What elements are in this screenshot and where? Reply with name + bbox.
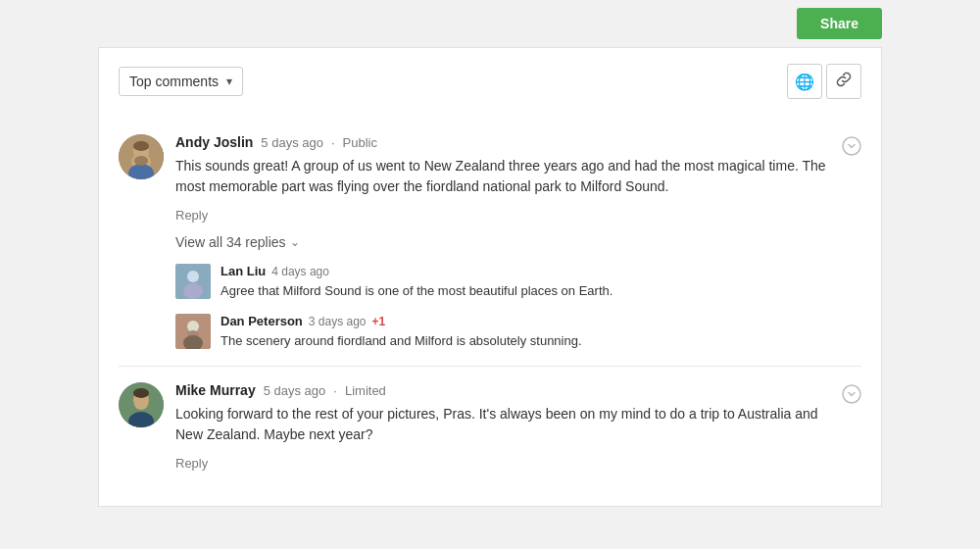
reply-time-lan: 4 days ago bbox=[271, 265, 329, 278]
reply-text-dan: The scenery around fiordland and Milford… bbox=[220, 332, 861, 350]
page-wrapper: Share Top comments ▾ 🌐 bbox=[0, 0, 980, 549]
svg-point-6 bbox=[843, 137, 860, 155]
avatar-andy bbox=[119, 134, 164, 179]
svg-point-16 bbox=[133, 388, 149, 398]
comment-header-row-mike: Mike Murray 5 days ago · Limited Looking… bbox=[119, 382, 861, 471]
comment-meta-andy: Andy Joslin 5 days ago · Public bbox=[175, 134, 830, 150]
comment-text-mike: Looking forward to the rest of your pict… bbox=[175, 404, 830, 445]
comment-options-andy[interactable] bbox=[842, 134, 861, 161]
sort-label: Top comments bbox=[129, 74, 219, 89]
reply-author-lan: Lan Liu bbox=[220, 264, 266, 278]
avatar-mike bbox=[119, 382, 164, 427]
svg-point-9 bbox=[183, 283, 203, 299]
reply-author-dan: Dan Peterson bbox=[220, 314, 303, 328]
comment-separator-andy: · bbox=[331, 135, 335, 150]
filter-icons: 🌐 bbox=[787, 64, 861, 99]
comment-meta-mike: Mike Murray 5 days ago · Limited bbox=[175, 382, 830, 398]
svg-point-18 bbox=[134, 398, 148, 410]
reply-content-lan: Lan Liu 4 days ago Agree that Milford So… bbox=[220, 264, 861, 300]
svg-point-19 bbox=[843, 385, 860, 403]
comment-main-mike: Mike Murray 5 days ago · Limited Looking… bbox=[175, 382, 830, 471]
view-replies-arrow-icon: ⌄ bbox=[290, 235, 300, 249]
comment-time-mike: 5 days ago bbox=[264, 383, 326, 398]
reply-button-andy[interactable]: Reply bbox=[175, 208, 208, 223]
reply-time-dan: 3 days ago bbox=[309, 315, 367, 328]
reply-content-dan: Dan Peterson 3 days ago +1 The scenery a… bbox=[220, 314, 861, 350]
share-button[interactable]: Share bbox=[797, 8, 882, 39]
comment-block-andy: Andy Joslin 5 days ago · Public This sou… bbox=[119, 119, 861, 367]
chevron-down-icon: ▾ bbox=[226, 75, 232, 88]
reply-text-lan: Agree that Milford Sound is one of the m… bbox=[220, 282, 861, 300]
svg-point-5 bbox=[134, 156, 148, 166]
view-all-replies-button[interactable]: View all 34 replies ⌄ bbox=[175, 234, 300, 250]
sort-dropdown[interactable]: Top comments ▾ bbox=[119, 67, 243, 96]
replies-section-andy: View all 34 replies ⌄ bbox=[175, 234, 861, 350]
reply-button-mike[interactable]: Reply bbox=[175, 456, 208, 471]
view-all-replies-label: View all 34 replies bbox=[175, 234, 286, 250]
comment-header-row-andy: Andy Joslin 5 days ago · Public This sou… bbox=[119, 134, 861, 223]
comment-block-mike: Mike Murray 5 days ago · Limited Looking… bbox=[119, 367, 861, 486]
comment-time-andy: 5 days ago bbox=[261, 135, 323, 150]
reply-meta-lan: Lan Liu 4 days ago bbox=[220, 264, 861, 278]
link-icon bbox=[836, 72, 852, 91]
comment-visibility-mike: Limited bbox=[345, 383, 386, 398]
reply-meta-dan: Dan Peterson 3 days ago +1 bbox=[220, 314, 861, 328]
comment-separator-mike: · bbox=[333, 383, 337, 398]
comment-text-andy: This sounds great! A group of us went to… bbox=[175, 156, 830, 197]
comments-container: Top comments ▾ 🌐 bbox=[98, 47, 882, 507]
comment-main-andy: Andy Joslin 5 days ago · Public This sou… bbox=[175, 134, 830, 223]
comment-visibility-andy: Public bbox=[343, 135, 377, 150]
globe-icon-button[interactable]: 🌐 bbox=[787, 64, 822, 99]
avatar-dan bbox=[175, 314, 211, 349]
top-bar: Share bbox=[0, 0, 980, 47]
filter-bar: Top comments ▾ 🌐 bbox=[119, 64, 861, 99]
reply-plus-dan: +1 bbox=[372, 315, 386, 328]
avatar-lan bbox=[175, 264, 211, 299]
reply-item-lan: Lan Liu 4 days ago Agree that Milford So… bbox=[175, 264, 861, 300]
comment-options-mike[interactable] bbox=[842, 382, 861, 409]
globe-icon: 🌐 bbox=[795, 73, 814, 91]
comment-author-mike: Mike Murray bbox=[175, 382, 256, 398]
reply-item-dan: Dan Peterson 3 days ago +1 The scenery a… bbox=[175, 314, 861, 350]
link-icon-button[interactable] bbox=[826, 64, 861, 99]
comment-author-andy: Andy Joslin bbox=[175, 134, 253, 150]
svg-point-4 bbox=[133, 141, 149, 151]
svg-point-8 bbox=[187, 271, 199, 282]
